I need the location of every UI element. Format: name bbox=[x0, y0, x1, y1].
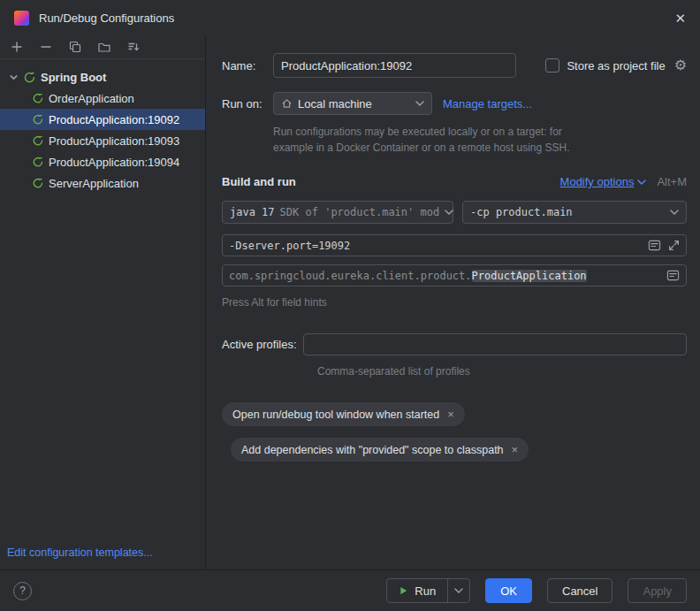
chevron-down-icon bbox=[9, 73, 19, 82]
spring-boot-run-config-icon bbox=[32, 134, 44, 147]
spring-boot-run-config-icon bbox=[32, 113, 44, 126]
local-machine-icon bbox=[281, 98, 293, 109]
chip-label: Open run/debug tool window when started bbox=[232, 409, 439, 421]
run-on-value: Local machine bbox=[298, 97, 372, 111]
close-icon[interactable]: × bbox=[447, 408, 454, 421]
tree-item-product-application-19094[interactable]: ProductApplication:19094 bbox=[0, 151, 205, 172]
configuration-form: Name: Store as project file ⚙ Run on: Lo… bbox=[206, 35, 700, 569]
build-and-run-header: Build and run Modify options Alt+M bbox=[222, 175, 687, 188]
run-button[interactable]: Run bbox=[387, 579, 447, 602]
apply-button[interactable]: Apply bbox=[628, 578, 687, 603]
store-as-project-file-checkbox[interactable] bbox=[545, 58, 559, 73]
spring-boot-run-config-icon bbox=[32, 156, 44, 168]
sort-configurations-icon[interactable] bbox=[126, 39, 141, 55]
remove-configuration-icon[interactable] bbox=[38, 39, 54, 55]
run-options-chevron[interactable] bbox=[447, 579, 469, 602]
tree-item-label: ProductApplication:19093 bbox=[49, 134, 179, 148]
run-on-label: Run on: bbox=[222, 97, 273, 111]
new-folder-icon[interactable] bbox=[96, 39, 112, 55]
tree-item-label: ProductApplication:19092 bbox=[49, 113, 179, 126]
expand-field-icon[interactable] bbox=[648, 239, 661, 252]
spring-boot-icon bbox=[23, 71, 36, 84]
main-class-field[interactable]: com.springcloud.eureka.client.product.Pr… bbox=[222, 264, 687, 286]
gear-icon[interactable]: ⚙ bbox=[674, 58, 687, 73]
configurations-tree: Spring Boot OrderApplication ProductAppl… bbox=[0, 59, 205, 194]
active-profiles-label: Active profiles: bbox=[222, 338, 303, 351]
run-on-row: Run on: Local machine Manage targets... bbox=[222, 92, 687, 115]
help-button[interactable]: ? bbox=[13, 582, 32, 600]
active-profiles-help: Comma-separated list of profiles bbox=[317, 363, 687, 379]
add-configuration-icon[interactable] bbox=[9, 39, 25, 55]
main-class-package: com.springcloud.eureka.client.product. bbox=[229, 270, 472, 282]
run-on-select[interactable]: Local machine bbox=[273, 92, 432, 115]
active-profiles-row: Active profiles: bbox=[222, 333, 687, 355]
run-button-group: Run bbox=[386, 578, 470, 603]
run-on-help-line1: Run configurations may be executed local… bbox=[273, 124, 687, 140]
cancel-button[interactable]: Cancel bbox=[547, 578, 612, 603]
open-in-editor-icon[interactable] bbox=[668, 240, 680, 251]
close-icon[interactable]: ✕ bbox=[674, 11, 686, 25]
play-icon bbox=[399, 585, 408, 596]
close-icon[interactable]: × bbox=[512, 443, 519, 456]
run-debug-configurations-dialog: Run/Debug Configurations ✕ bbox=[0, 0, 700, 611]
expand-field-icon[interactable] bbox=[666, 269, 680, 282]
tree-item-label: ProductApplication:19094 bbox=[49, 156, 179, 169]
active-profiles-input[interactable] bbox=[303, 333, 687, 355]
edit-configuration-templates-link[interactable]: Edit configuration templates... bbox=[7, 546, 205, 559]
name-label: Name: bbox=[222, 59, 273, 73]
tree-root-label: Spring Boot bbox=[41, 71, 106, 84]
classpath-module-select[interactable]: -cp product.main bbox=[462, 201, 687, 224]
titlebar: Run/Debug Configurations ✕ bbox=[0, 0, 700, 35]
ok-button[interactable]: OK bbox=[485, 578, 532, 603]
name-row: Name: Store as project file ⚙ bbox=[222, 53, 687, 78]
chevron-down-icon bbox=[637, 179, 646, 185]
run-on-help-line2: example in a Docker Container or on a re… bbox=[273, 140, 687, 156]
jdk-classpath-row: java 17 SDK of 'product.main' mod -cp pr… bbox=[222, 201, 687, 224]
run-on-help: Run configurations may be executed local… bbox=[273, 124, 687, 156]
chevron-down-icon bbox=[670, 210, 679, 215]
classpath-value: -cp product.main bbox=[470, 206, 573, 218]
intellij-logo-icon bbox=[14, 11, 29, 26]
chip-open-run-debug-tool-window[interactable]: Open run/debug tool window when started … bbox=[222, 402, 465, 426]
configurations-sidebar: Spring Boot OrderApplication ProductAppl… bbox=[0, 35, 206, 569]
modify-options-label: Modify options bbox=[560, 175, 635, 188]
store-as-project-file-label: Store as project file bbox=[567, 59, 665, 73]
tree-item-label: ServerApplication bbox=[49, 177, 139, 190]
jdk-description: SDK of 'product.main' mod bbox=[280, 206, 440, 218]
modify-options-shortcut: Alt+M bbox=[657, 175, 687, 188]
tree-item-order-application[interactable]: OrderApplication bbox=[0, 88, 205, 109]
vm-options-value: -Dserver.port=19092 bbox=[229, 240, 350, 252]
vm-options-field[interactable]: -Dserver.port=19092 bbox=[222, 234, 687, 256]
tree-item-server-application[interactable]: ServerApplication bbox=[0, 172, 205, 194]
chip-add-provided-dependencies[interactable]: Add dependencies with "provided" scope t… bbox=[231, 438, 529, 462]
tree-item-product-application-19092[interactable]: ProductApplication:19092 bbox=[0, 109, 205, 130]
dialog-title: Run/Debug Configurations bbox=[39, 11, 174, 25]
run-button-label: Run bbox=[415, 584, 436, 598]
manage-targets-link[interactable]: Manage targets... bbox=[443, 97, 532, 111]
name-input[interactable] bbox=[273, 53, 516, 78]
spring-boot-run-config-icon bbox=[32, 177, 44, 189]
jdk-select[interactable]: java 17 SDK of 'product.main' mod bbox=[222, 201, 453, 224]
copy-configuration-icon[interactable] bbox=[67, 39, 83, 55]
tree-item-product-application-19093[interactable]: ProductApplication:19093 bbox=[0, 130, 205, 151]
modify-options-link[interactable]: Modify options bbox=[560, 175, 647, 188]
jdk-value: java 17 bbox=[230, 206, 275, 218]
sidebar-toolbar bbox=[0, 35, 205, 59]
chip-label: Add dependencies with "provided" scope t… bbox=[241, 444, 504, 456]
field-hints-help: Press Alt for field hints bbox=[222, 294, 687, 310]
tree-root-spring-boot[interactable]: Spring Boot bbox=[0, 66, 205, 88]
build-and-run-title: Build and run bbox=[222, 175, 296, 188]
main-class-name: ProductApplication bbox=[472, 270, 587, 282]
chevron-down-icon bbox=[445, 210, 453, 215]
chevron-down-icon bbox=[415, 101, 424, 106]
tree-item-label: OrderApplication bbox=[49, 92, 134, 105]
spring-boot-run-config-icon bbox=[32, 92, 44, 104]
dialog-footer: ? Run OK Cancel Apply bbox=[0, 569, 700, 611]
